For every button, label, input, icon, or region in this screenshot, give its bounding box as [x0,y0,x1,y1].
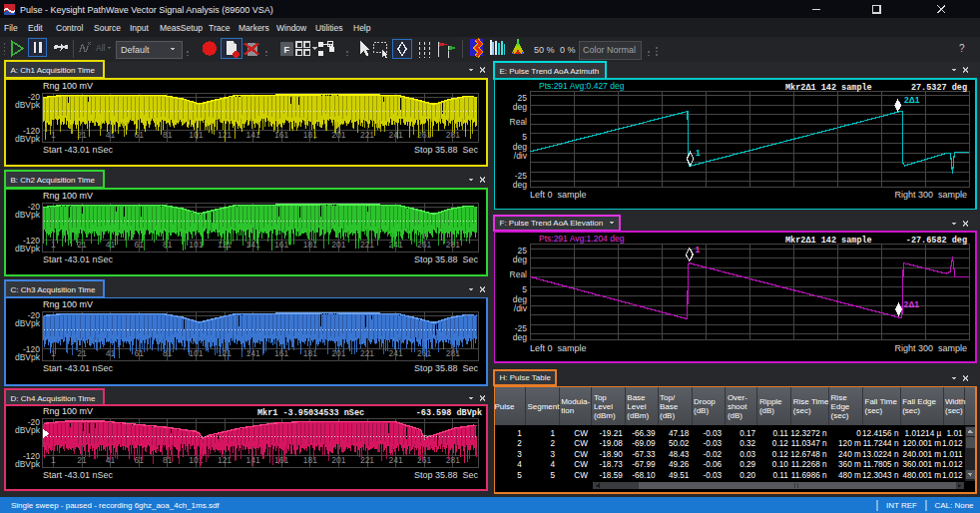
svg-text:181: 181 [303,348,317,358]
svg-text:-19.08: -19.08 [600,439,624,448]
svg-text:Mkr2Δ1 142 sample: Mkr2Δ1 142 sample [785,236,872,246]
svg-text:4: 4 [550,460,555,469]
svg-text:C: Ch3 Acquisition Time: C: Ch3 Acquisition Time [11,285,96,294]
svg-text:(sec): (sec) [831,411,849,420]
svg-text:Left 0 sample: Left 0 sample [530,190,587,200]
svg-text:11.7805 n: 11.7805 n [863,460,899,469]
svg-text:1: 1 [51,455,56,465]
svg-text:1.012: 1.012 [942,471,963,480]
svg-text:F: F [284,45,290,55]
svg-text:Mkr1 -3.95034533 nSec: Mkr1 -3.95034533 nSec [257,408,364,418]
svg-text:/div: /div [514,151,528,161]
svg-text:dBVpk: dBVpk [15,244,41,254]
svg-text:Stop 35.88 Sec: Stop 35.88 Sec [414,255,479,264]
svg-text:All: All [96,43,106,53]
svg-text:480 m: 480 m [838,471,861,480]
svg-text:1: 1 [51,130,56,140]
svg-text:48.43: 48.43 [669,450,690,459]
svg-text:0.17: 0.17 [739,429,755,438]
svg-text:?: ? [959,43,965,54]
svg-text:13.0224 n: 13.0224 n [862,450,899,459]
svg-text:Level: Level [627,402,646,411]
svg-text:deg: deg [513,102,527,112]
svg-text:(dB): (dB) [694,406,709,415]
svg-text:5: 5 [550,471,555,480]
svg-text:11.0347 n: 11.0347 n [791,439,827,448]
svg-text:Start -43.01 nSec: Start -43.01 nSec [43,255,114,264]
svg-text:(sec): (sec) [793,406,811,415]
svg-text:11.2268 n: 11.2268 n [791,460,827,469]
svg-text:Ripple: Ripple [759,397,782,406]
svg-text:1.012: 1.012 [942,460,963,469]
svg-text:(dBm): (dBm) [627,411,649,420]
svg-text:(sec): (sec) [945,406,963,415]
svg-text:Over-: Over- [728,393,747,402]
svg-text:Pts:291 Avg:1.204 deg: Pts:291 Avg:1.204 deg [539,234,625,244]
svg-text:161: 161 [274,240,288,250]
svg-text:MeasSetup: MeasSetup [160,23,203,33]
svg-text:201: 201 [331,240,345,250]
svg-text:120 m: 120 m [838,439,861,448]
svg-text:Fall Edge: Fall Edge [902,397,936,406]
svg-text:CAL: None: CAL: None [934,501,974,510]
svg-text:3: 3 [550,450,555,459]
svg-text:1.012: 1.012 [942,439,963,448]
svg-text:CW: CW [574,460,588,469]
svg-text:50 %: 50 % [534,45,555,55]
svg-text:Right 300 sample: Right 300 sample [894,343,967,353]
svg-text:Help: Help [353,23,371,33]
svg-text:H: Pulse Table: H: Pulse Table [500,373,552,382]
svg-text:1.01: 1.01 [947,429,963,438]
svg-text:261: 261 [417,130,431,140]
svg-text:-67.33: -67.33 [632,450,656,459]
svg-text:-0.03: -0.03 [703,429,722,438]
svg-text:dBVpk: dBVpk [15,425,41,435]
svg-text:1.011: 1.011 [943,450,963,459]
svg-text:12.4156 n: 12.4156 n [862,429,899,438]
svg-text:-66.39: -66.39 [632,429,656,438]
svg-text:0.12: 0.12 [772,450,788,459]
svg-text:12.6748 n: 12.6748 n [790,450,827,459]
svg-text:shoot: shoot [728,402,747,411]
svg-text:181: 181 [303,240,317,250]
svg-text:CW: CW [574,429,588,438]
svg-text:240 m: 240 m [838,450,861,459]
svg-text:241: 241 [389,240,403,250]
svg-text:Rng 100 mV: Rng 100 mV [43,406,93,416]
svg-text:D: Ch4 Acquisition Time: D: Ch4 Acquisition Time [11,394,96,403]
svg-text:Real: Real [510,269,528,279]
svg-text:141: 141 [246,130,260,140]
svg-text:2Δ1: 2Δ1 [904,95,920,105]
svg-text:49.51: 49.51 [669,471,690,480]
svg-text:(dB): (dB) [759,406,774,415]
svg-text:(dBm): (dBm) [594,411,616,420]
svg-text:-27.6582 deg: -27.6582 deg [906,236,967,246]
svg-text:B: Ch2 Acquisition Time: B: Ch2 Acquisition Time [11,176,96,185]
svg-text:1: 1 [517,429,522,438]
svg-text:(sec): (sec) [865,406,883,415]
svg-text:Base: Base [660,402,679,411]
svg-text:0.32: 0.32 [739,439,755,448]
svg-text:deg: deg [513,180,527,190]
svg-text:-68.10: -68.10 [632,471,656,480]
svg-text:Width: Width [945,397,965,406]
svg-text:181: 181 [303,455,317,465]
svg-text:-18.59: -18.59 [600,471,624,480]
svg-text:dBVpk: dBVpk [15,210,41,220]
svg-text:Input: Input [130,23,150,33]
svg-text:11.6986 n: 11.6986 n [791,471,827,480]
svg-text:0.11: 0.11 [772,429,788,438]
svg-text:1: 1 [696,148,701,158]
svg-text:Rise Time: Rise Time [793,397,829,406]
svg-text:141: 141 [246,455,260,465]
svg-text:INT REF: INT REF [886,501,917,510]
svg-text:tion: tion [561,406,574,415]
svg-text:-0.02: -0.02 [703,450,722,459]
svg-text:1: 1 [550,429,555,438]
svg-text:Level: Level [594,402,613,411]
svg-text:Base: Base [627,393,646,402]
svg-text:-67.99: -67.99 [632,460,656,469]
svg-text:240.001 m: 240.001 m [902,450,941,459]
svg-text:0.03: 0.03 [739,450,755,459]
svg-text:Default: Default [121,45,150,55]
